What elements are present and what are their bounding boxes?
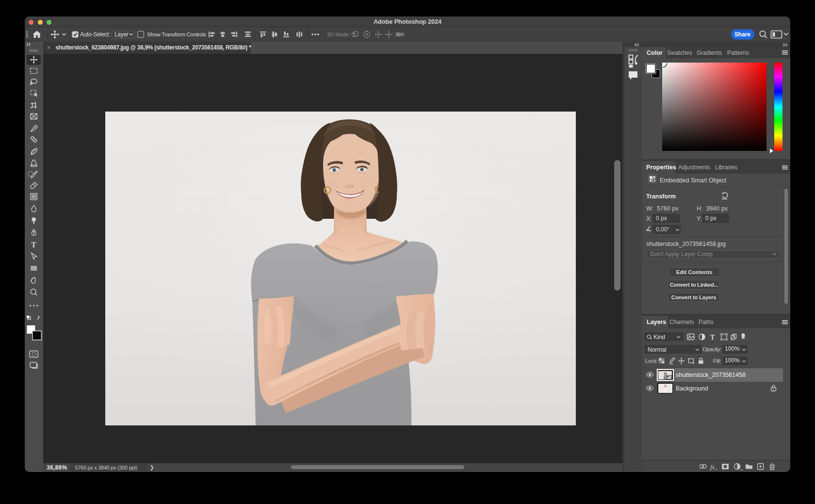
svg-text:3D Mode:: 3D Mode: xyxy=(327,32,350,37)
svg-text:Auto-Select:: Auto-Select: xyxy=(80,31,110,38)
svg-text:fx: fx xyxy=(710,463,715,471)
svg-text:Share: Share xyxy=(734,31,750,38)
svg-text:Show Transform Controls: Show Transform Controls xyxy=(147,32,206,37)
svg-text:Layer: Layer xyxy=(114,31,129,38)
svg-text:T: T xyxy=(31,241,36,249)
svg-text:T: T xyxy=(710,334,715,341)
